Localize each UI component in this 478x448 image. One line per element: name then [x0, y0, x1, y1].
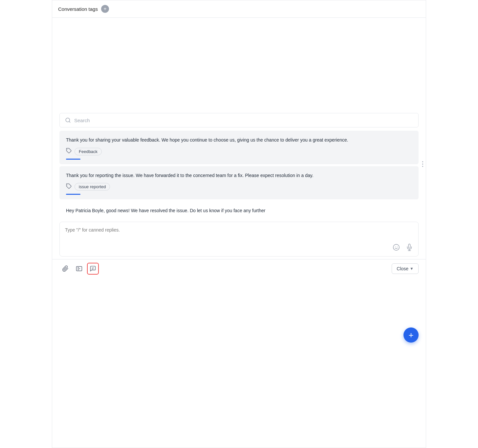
chevron-down-icon: ▼: [410, 266, 414, 271]
audio-button[interactable]: [404, 242, 414, 252]
toolbar-left: [59, 263, 99, 275]
search-input[interactable]: [74, 118, 413, 123]
toolbar-right: Close ▼: [392, 263, 419, 274]
scrollbar-dots: [422, 161, 423, 167]
issue-reported-tag: issue reported: [75, 183, 110, 190]
tag-row: Feedback: [66, 148, 412, 155]
tag-icon: [66, 183, 72, 190]
empty-space: [52, 18, 426, 113]
tag-icon: [66, 148, 72, 155]
scroll-dot: [422, 166, 423, 167]
partial-reply-text: Hey Patricia Boyle, good news! We have r…: [66, 207, 412, 214]
main-container: Conversation tags + Thank you for sharin…: [52, 0, 426, 448]
reply-divider: [66, 194, 80, 195]
scroll-dot: [422, 164, 423, 165]
partial-reply-item[interactable]: Hey Patricia Boyle, good news! We have r…: [59, 201, 419, 219]
plus-icon: +: [103, 6, 106, 11]
conversation-tags-title: Conversation tags: [58, 6, 98, 12]
canned-replies-button[interactable]: [87, 263, 99, 275]
signature-button[interactable]: [73, 263, 85, 275]
close-button[interactable]: Close ▼: [392, 263, 419, 274]
reply-item[interactable]: Thank you for sharing your valuable feed…: [59, 131, 419, 164]
fab-plus-icon: +: [408, 330, 413, 340]
compose-actions-right: [391, 242, 414, 252]
scroll-dot: [422, 161, 423, 162]
reply-divider: [66, 159, 80, 160]
reply-item[interactable]: Thank you for reporting the issue. We ha…: [59, 166, 419, 200]
feedback-tag: Feedback: [75, 148, 102, 155]
attachment-button[interactable]: [59, 263, 71, 275]
emoji-button[interactable]: [391, 242, 401, 252]
svg-line-1: [69, 121, 70, 122]
compose-textarea[interactable]: [60, 222, 418, 255]
fab-button[interactable]: +: [403, 327, 419, 343]
toolbar-bottom: Close ▼: [52, 259, 426, 278]
close-label: Close: [397, 266, 408, 271]
reply-text: Thank you for reporting the issue. We ha…: [66, 172, 412, 179]
svg-point-4: [393, 244, 399, 250]
compose-area: [59, 222, 419, 257]
reply-text: Thank you for sharing your valuable feed…: [66, 137, 412, 144]
conversation-tags-header: Conversation tags +: [52, 0, 426, 18]
add-tag-button[interactable]: +: [101, 5, 109, 13]
search-icon: [65, 117, 71, 123]
search-container: [59, 113, 419, 127]
canned-replies-list: Thank you for sharing your valuable feed…: [59, 131, 419, 199]
tag-row: issue reported: [66, 183, 412, 190]
